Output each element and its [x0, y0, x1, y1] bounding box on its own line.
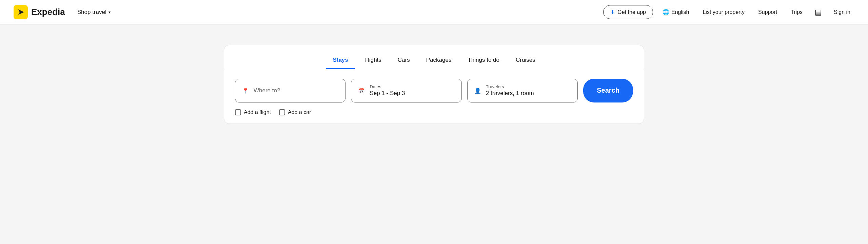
english-button[interactable]: English [658, 6, 693, 18]
tab-packages[interactable]: Packages [419, 52, 458, 69]
travelers-content: Travelers 2 travelers, 1 room [486, 84, 534, 97]
logo-text: Expedia [31, 7, 65, 17]
search-tabs: Stays Flights Cars Packages Things to do… [224, 45, 644, 69]
calendar-icon [358, 87, 365, 94]
tab-flights[interactable]: Flights [358, 52, 388, 69]
chevron-down-icon: ▾ [108, 10, 111, 15]
search-button-label: Search [597, 87, 619, 94]
support-label: Support [758, 9, 777, 15]
get-app-label: Get the app [617, 9, 646, 15]
location-icon [242, 87, 249, 94]
person-icon [474, 87, 481, 94]
add-car-checkbox[interactable] [279, 109, 285, 115]
main-content: Stays Flights Cars Packages Things to do… [197, 24, 671, 137]
add-car-option[interactable]: Add a car [279, 109, 311, 115]
download-icon [610, 9, 615, 15]
travelers-field[interactable]: Travelers 2 travelers, 1 room [467, 79, 578, 102]
tab-cars[interactable]: Cars [391, 52, 417, 69]
tab-cruises[interactable]: Cruises [509, 52, 542, 69]
trips-button[interactable]: Trips [787, 6, 807, 18]
shop-travel-label: Shop travel [77, 9, 106, 16]
travelers-value: 2 travelers, 1 room [486, 90, 534, 97]
messages-icon[interactable] [812, 6, 824, 18]
sign-in-label: Sign in [834, 9, 850, 15]
dates-content: Dates Sep 1 - Sep 3 [370, 84, 405, 97]
add-flight-label: Add a flight [244, 109, 271, 115]
trips-label: Trips [791, 9, 803, 15]
tab-stays[interactable]: Stays [326, 52, 355, 69]
logo-icon: ➤ [14, 5, 28, 19]
search-fields: Where to? Dates Sep 1 - Sep 3 Travelers … [224, 69, 644, 109]
tab-things-to-do[interactable]: Things to do [461, 52, 506, 69]
header: ➤ Expedia Shop travel ▾ Get the app Engl… [0, 0, 868, 24]
add-options: Add a flight Add a car [224, 109, 644, 124]
globe-icon [663, 9, 669, 15]
where-to-content: Where to? [254, 87, 280, 94]
logo[interactable]: ➤ Expedia [14, 5, 65, 19]
where-placeholder: Where to? [254, 87, 280, 94]
search-button[interactable]: Search [583, 79, 633, 102]
sign-in-button[interactable]: Sign in [830, 6, 854, 18]
add-car-label: Add a car [288, 109, 311, 115]
logo-arrow: ➤ [18, 8, 24, 17]
english-label: English [671, 9, 689, 15]
search-card: Stays Flights Cars Packages Things to do… [224, 45, 644, 124]
dates-label: Dates [370, 84, 405, 89]
list-property-label: List your property [703, 9, 745, 15]
chat-icon [815, 8, 822, 17]
dates-value: Sep 1 - Sep 3 [370, 90, 405, 97]
dates-field[interactable]: Dates Sep 1 - Sep 3 [351, 79, 461, 102]
header-right: Get the app English List your property S… [603, 5, 854, 19]
support-button[interactable]: Support [754, 6, 781, 18]
shop-travel-button[interactable]: Shop travel ▾ [73, 6, 115, 18]
get-app-button[interactable]: Get the app [603, 5, 653, 19]
where-to-field[interactable]: Where to? [235, 79, 346, 102]
header-left: ➤ Expedia Shop travel ▾ [14, 5, 115, 19]
travelers-label: Travelers [486, 84, 534, 89]
add-flight-option[interactable]: Add a flight [235, 109, 271, 115]
add-flight-checkbox[interactable] [235, 109, 241, 115]
list-property-button[interactable]: List your property [698, 6, 749, 18]
